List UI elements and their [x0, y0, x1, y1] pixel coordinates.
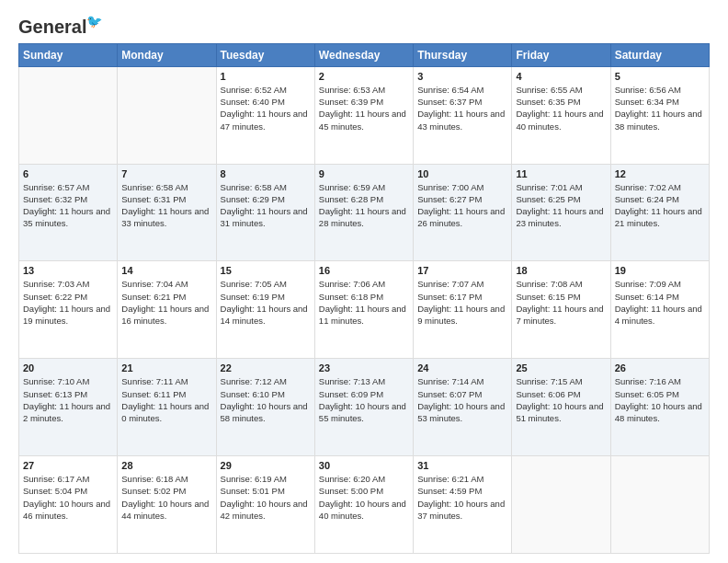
- day-number: 7: [121, 168, 211, 179]
- day-number: 30: [319, 460, 409, 471]
- day-info: Sunrise: 6:55 AM Sunset: 6:35 PM Dayligh…: [516, 84, 606, 132]
- day-number: 25: [516, 362, 606, 373]
- calendar-cell: 15Sunrise: 7:05 AM Sunset: 6:19 PM Dayli…: [216, 261, 314, 359]
- day-info: Sunrise: 6:19 AM Sunset: 5:01 PM Dayligh…: [221, 473, 311, 522]
- header: General🐦: [18, 15, 710, 34]
- calendar-cell: [118, 66, 216, 164]
- calendar-cell: 9Sunrise: 6:59 AM Sunset: 6:28 PM Daylig…: [314, 164, 413, 261]
- calendar-cell: 21Sunrise: 7:11 AM Sunset: 6:11 PM Dayli…: [118, 359, 216, 456]
- day-number: 6: [23, 168, 113, 179]
- day-number: 15: [221, 265, 311, 276]
- calendar-cell: [610, 456, 709, 554]
- page: General🐦 SundayMondayTuesdayWednesdayThu…: [0, 0, 728, 563]
- calendar-cell: 1Sunrise: 6:52 AM Sunset: 6:40 PM Daylig…: [216, 66, 314, 164]
- weekday-header: Monday: [118, 43, 216, 66]
- calendar-table: SundayMondayTuesdayWednesdayThursdayFrid…: [18, 43, 710, 554]
- calendar-cell: 5Sunrise: 6:56 AM Sunset: 6:34 PM Daylig…: [610, 66, 709, 164]
- calendar-cell: 31Sunrise: 6:21 AM Sunset: 4:59 PM Dayli…: [414, 456, 512, 554]
- calendar-cell: [19, 66, 118, 164]
- calendar-cell: 24Sunrise: 7:14 AM Sunset: 6:07 PM Dayli…: [414, 359, 512, 456]
- day-number: 29: [221, 460, 311, 471]
- day-info: Sunrise: 7:00 AM Sunset: 6:27 PM Dayligh…: [417, 181, 507, 230]
- day-number: 13: [23, 265, 113, 276]
- calendar-cell: 13Sunrise: 7:03 AM Sunset: 6:22 PM Dayli…: [19, 261, 118, 359]
- weekday-header: Tuesday: [216, 43, 314, 66]
- weekday-header: Wednesday: [314, 43, 413, 66]
- day-number: 10: [417, 168, 507, 179]
- day-number: 27: [23, 460, 113, 471]
- day-info: Sunrise: 6:53 AM Sunset: 6:39 PM Dayligh…: [319, 84, 409, 132]
- day-info: Sunrise: 7:03 AM Sunset: 6:22 PM Dayligh…: [23, 278, 113, 327]
- calendar-header-row: SundayMondayTuesdayWednesdayThursdayFrid…: [19, 43, 710, 66]
- calendar-cell: 6Sunrise: 6:57 AM Sunset: 6:32 PM Daylig…: [19, 164, 118, 261]
- day-number: 1: [221, 71, 311, 82]
- calendar-cell: 29Sunrise: 6:19 AM Sunset: 5:01 PM Dayli…: [216, 456, 314, 554]
- logo-bird-icon: 🐦: [86, 14, 102, 29]
- calendar-cell: 22Sunrise: 7:12 AM Sunset: 6:10 PM Dayli…: [216, 359, 314, 456]
- day-number: 19: [615, 265, 705, 276]
- day-number: 24: [417, 362, 507, 373]
- calendar-cell: 28Sunrise: 6:18 AM Sunset: 5:02 PM Dayli…: [118, 456, 216, 554]
- calendar-cell: 27Sunrise: 6:17 AM Sunset: 5:04 PM Dayli…: [19, 456, 118, 554]
- day-info: Sunrise: 7:04 AM Sunset: 6:21 PM Dayligh…: [121, 278, 211, 327]
- day-number: 23: [319, 362, 409, 373]
- calendar-week-row: 27Sunrise: 6:17 AM Sunset: 5:04 PM Dayli…: [19, 456, 710, 554]
- day-number: 2: [319, 71, 409, 82]
- logo: General🐦: [18, 15, 102, 34]
- calendar-week-row: 13Sunrise: 7:03 AM Sunset: 6:22 PM Dayli…: [19, 261, 710, 359]
- day-info: Sunrise: 7:11 AM Sunset: 6:11 PM Dayligh…: [121, 375, 211, 424]
- day-info: Sunrise: 7:07 AM Sunset: 6:17 PM Dayligh…: [417, 278, 507, 327]
- day-number: 3: [417, 71, 507, 82]
- day-info: Sunrise: 7:06 AM Sunset: 6:18 PM Dayligh…: [319, 278, 409, 327]
- day-info: Sunrise: 6:59 AM Sunset: 6:28 PM Dayligh…: [319, 181, 409, 230]
- day-info: Sunrise: 6:56 AM Sunset: 6:34 PM Dayligh…: [615, 84, 705, 132]
- day-info: Sunrise: 6:17 AM Sunset: 5:04 PM Dayligh…: [23, 473, 113, 522]
- day-info: Sunrise: 6:58 AM Sunset: 6:29 PM Dayligh…: [221, 181, 311, 230]
- day-number: 26: [615, 362, 705, 373]
- calendar-cell: 7Sunrise: 6:58 AM Sunset: 6:31 PM Daylig…: [118, 164, 216, 261]
- calendar-cell: 23Sunrise: 7:13 AM Sunset: 6:09 PM Dayli…: [314, 359, 413, 456]
- calendar-cell: 3Sunrise: 6:54 AM Sunset: 6:37 PM Daylig…: [414, 66, 512, 164]
- calendar-week-row: 6Sunrise: 6:57 AM Sunset: 6:32 PM Daylig…: [19, 164, 710, 261]
- logo-general: General: [18, 17, 86, 37]
- calendar-week-row: 1Sunrise: 6:52 AM Sunset: 6:40 PM Daylig…: [19, 66, 710, 164]
- calendar-cell: 20Sunrise: 7:10 AM Sunset: 6:13 PM Dayli…: [19, 359, 118, 456]
- day-info: Sunrise: 7:16 AM Sunset: 6:05 PM Dayligh…: [615, 375, 705, 424]
- day-number: 11: [516, 168, 606, 179]
- weekday-header: Sunday: [19, 43, 118, 66]
- day-info: Sunrise: 7:01 AM Sunset: 6:25 PM Dayligh…: [516, 181, 606, 230]
- day-info: Sunrise: 6:20 AM Sunset: 5:00 PM Dayligh…: [319, 473, 409, 522]
- day-number: 18: [516, 265, 606, 276]
- calendar-cell: 26Sunrise: 7:16 AM Sunset: 6:05 PM Dayli…: [610, 359, 709, 456]
- day-number: 31: [417, 460, 507, 471]
- day-info: Sunrise: 6:54 AM Sunset: 6:37 PM Dayligh…: [417, 84, 507, 132]
- calendar-cell: 17Sunrise: 7:07 AM Sunset: 6:17 PM Dayli…: [414, 261, 512, 359]
- day-info: Sunrise: 6:57 AM Sunset: 6:32 PM Dayligh…: [23, 181, 113, 230]
- day-number: 12: [615, 168, 705, 179]
- day-info: Sunrise: 7:13 AM Sunset: 6:09 PM Dayligh…: [319, 375, 409, 424]
- day-info: Sunrise: 7:14 AM Sunset: 6:07 PM Dayligh…: [417, 375, 507, 424]
- weekday-header: Friday: [512, 43, 610, 66]
- calendar-cell: 30Sunrise: 6:20 AM Sunset: 5:00 PM Dayli…: [314, 456, 413, 554]
- calendar-cell: 11Sunrise: 7:01 AM Sunset: 6:25 PM Dayli…: [512, 164, 610, 261]
- day-info: Sunrise: 7:02 AM Sunset: 6:24 PM Dayligh…: [615, 181, 705, 230]
- day-info: Sunrise: 6:18 AM Sunset: 5:02 PM Dayligh…: [121, 473, 211, 522]
- day-info: Sunrise: 7:05 AM Sunset: 6:19 PM Dayligh…: [221, 278, 311, 327]
- weekday-header: Saturday: [610, 43, 709, 66]
- day-info: Sunrise: 6:58 AM Sunset: 6:31 PM Dayligh…: [121, 181, 211, 230]
- day-number: 4: [516, 71, 606, 82]
- day-number: 16: [319, 265, 409, 276]
- calendar-cell: 25Sunrise: 7:15 AM Sunset: 6:06 PM Dayli…: [512, 359, 610, 456]
- day-number: 5: [615, 71, 705, 82]
- day-number: 9: [319, 168, 409, 179]
- calendar-cell: 10Sunrise: 7:00 AM Sunset: 6:27 PM Dayli…: [414, 164, 512, 261]
- day-number: 22: [221, 362, 311, 373]
- calendar-cell: 12Sunrise: 7:02 AM Sunset: 6:24 PM Dayli…: [610, 164, 709, 261]
- day-number: 14: [121, 265, 211, 276]
- calendar-cell: 8Sunrise: 6:58 AM Sunset: 6:29 PM Daylig…: [216, 164, 314, 261]
- calendar-cell: 18Sunrise: 7:08 AM Sunset: 6:15 PM Dayli…: [512, 261, 610, 359]
- day-info: Sunrise: 6:52 AM Sunset: 6:40 PM Dayligh…: [221, 84, 311, 132]
- day-number: 20: [23, 362, 113, 373]
- day-number: 28: [121, 460, 211, 471]
- calendar-cell: 4Sunrise: 6:55 AM Sunset: 6:35 PM Daylig…: [512, 66, 610, 164]
